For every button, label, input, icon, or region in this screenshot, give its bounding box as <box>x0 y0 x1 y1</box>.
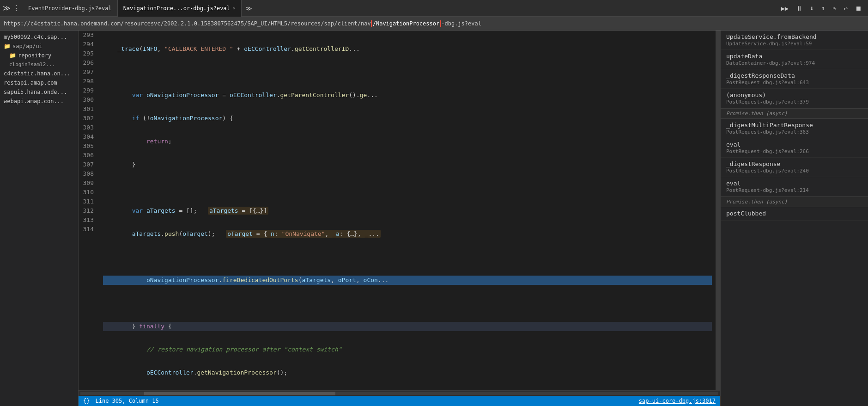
code-line-297: return; <box>103 137 712 146</box>
sidebar-item-c4cstatic[interactable]: c4cstatic.hana.on... <box>0 69 78 78</box>
panel-toggle-icon[interactable]: ≫ <box>3 4 11 12</box>
debugger-toolbar: ▶▶ ⏸ ⬇ ⬆ ↷ ↩ ⏹ <box>774 4 868 13</box>
call-stack-item-updatedata[interactable]: updateData DataContainer-dbg.js?eval:974 <box>721 50 868 69</box>
code-line-296: if (!oNavigationProcessor) { <box>103 114 712 123</box>
sidebar-item-webapi[interactable]: webapi.amap.con... <box>0 97 78 106</box>
url-suffix: -dbg.js?eval <box>441 20 481 27</box>
code-line-307: oECController.getNavigationProcessor(); <box>103 368 712 377</box>
status-position: Line 305, Column 15 <box>95 398 158 404</box>
url-bar[interactable]: https://c4cstatic.hana.ondemand.com/reso… <box>0 17 868 31</box>
tab-navprocessor[interactable]: NavigationProce...or-dbg.js?eval ✕ <box>118 0 242 17</box>
scrollbar-thumb[interactable] <box>144 392 335 395</box>
tab-navprocessor-label: NavigationProce...or-dbg.js?eval <box>123 5 230 12</box>
url-text: https://c4cstatic.hana.ondemand.com/reso… <box>4 20 864 27</box>
call-stack-item-digestresponsedata[interactable]: _digestResponseData PostRequest-dbg.js?e… <box>721 69 868 89</box>
status-bar-left: {} Line 305, Column 15 <box>83 398 159 404</box>
code-editor[interactable]: _trace(INFO, "CALLBACK ENTERED " + oECCo… <box>99 31 716 390</box>
tab-close-button[interactable]: ✕ <box>233 6 236 11</box>
status-file-link[interactable]: sap-ui-core-dbg.js:3017 <box>639 398 716 404</box>
call-stack-file-digestresponse: PostRequest-dbg.js?eval:240 <box>726 168 862 174</box>
more-tabs-icon[interactable]: ≫ <box>242 5 256 12</box>
call-stack-fn-digestresponsedata: _digestResponseData <box>726 72 862 79</box>
call-stack-item-anonymous[interactable]: (anonymous) PostRequest-dbg.js?eval:379 <box>721 89 868 108</box>
step-over-icon[interactable]: ⬇ <box>808 4 815 13</box>
code-line-302 <box>103 252 712 262</box>
call-stack-item-eval2[interactable]: eval PostRequest-dbg.js?eval:214 <box>721 177 868 197</box>
code-line-294 <box>103 68 712 77</box>
tab-bar: ≫ ⋮ EventProvider-dbg.js?eval Navigation… <box>0 0 868 17</box>
call-stack-separator-promise2: Promise.then (async) <box>721 197 868 207</box>
vertical-scrollbar[interactable] <box>716 31 720 390</box>
folder-icon: 📁 <box>9 52 16 59</box>
call-stack-file-updatedata: DataContainer-dbg.js?eval:974 <box>726 60 862 66</box>
code-line-301: aTargets.push(oTarget); oTarget = {_n: "… <box>103 229 712 239</box>
call-stack-file-digestmultipart: PostRequest-dbg.js?eval:363 <box>726 129 862 135</box>
code-line-304 <box>103 299 712 308</box>
call-stack-fn-digestresponse: _digestResponse <box>726 160 862 167</box>
sidebar-item-sapapui[interactable]: 📁 sap/ap/ui <box>0 42 78 51</box>
call-stack-fn-digestmultipart: _digestMultiPartResponse <box>726 122 862 129</box>
call-stack-panel: UpdateService.fromBackend UpdateService-… <box>720 31 868 406</box>
call-stack-item-postclubberd[interactable]: postClubbed <box>721 207 868 221</box>
sidebar-item-restapi[interactable]: restapi.amap.com <box>0 78 78 87</box>
call-stack-fn-eval1: eval <box>726 141 862 148</box>
call-stack-item-updateservice[interactable]: UpdateService.fromBackend UpdateService-… <box>721 31 868 50</box>
call-stack-file-eval2: PostRequest-dbg.js?eval:214 <box>726 187 862 193</box>
pause-icon[interactable]: ⏸ <box>794 4 804 13</box>
call-stack-fn-postclubberd: postClubbed <box>726 210 862 217</box>
sidebar-item-sapui5[interactable]: sapui5.hana.onde... <box>0 87 78 97</box>
tab-eventprovider[interactable]: EventProvider-dbg.js?eval <box>23 0 118 17</box>
sidebar-item-clogin[interactable]: clogin?saml2... <box>0 60 78 69</box>
scrollbar-track[interactable] <box>80 392 718 395</box>
call-stack-item-digestmultipart[interactable]: _digestMultiPartResponse PostRequest-dbg… <box>721 119 868 138</box>
left-sidebar: my500092.c4c.sap... 📁 sap/ap/ui 📁 reposi… <box>0 31 79 406</box>
code-line-295: var oNavigationProcessor = oECController… <box>103 91 712 100</box>
tab-menu-icon[interactable]: ⋮ <box>12 4 20 12</box>
sidebar-repository-label: repository <box>18 52 51 59</box>
url-prefix: https://c4cstatic.hana.ondemand.com/reso… <box>4 20 371 27</box>
sidebar-sapapui-label: sap/ap/ui <box>12 43 42 49</box>
step-into-icon[interactable]: ⬆ <box>819 4 827 13</box>
code-line-298: } <box>103 160 712 169</box>
call-stack-item-digestresponse[interactable]: _digestResponse PostRequest-dbg.js?eval:… <box>721 158 868 177</box>
resume-icon[interactable]: ▶▶ <box>779 4 790 13</box>
call-stack-file-updateservice: UpdateService-dbg.js?eval:59 <box>726 41 862 47</box>
code-container[interactable]: 293 294 295 296 297 298 299 300 301 302 … <box>79 31 720 390</box>
call-stack-fn-anonymous: (anonymous) <box>726 92 862 98</box>
step-back-icon[interactable]: ↩ <box>842 4 850 13</box>
line-numbers: 293 294 295 296 297 298 299 300 301 302 … <box>79 31 99 390</box>
call-stack-fn-updateservice: UpdateService.fromBackend <box>726 33 862 40</box>
call-stack-item-eval1[interactable]: eval PostRequest-dbg.js?eval:266 <box>721 138 868 158</box>
call-stack-file-anonymous: PostRequest-dbg.js?eval:379 <box>726 99 862 105</box>
call-stack-file-eval1: PostRequest-dbg.js?eval:266 <box>726 148 862 154</box>
folder-icon: 📁 <box>4 43 11 49</box>
horizontal-scrollbar[interactable] <box>79 390 720 396</box>
main-area: my500092.c4c.sap... 📁 sap/ap/ui 📁 reposi… <box>0 31 868 406</box>
code-line-300: var aTargets = []; aTargets = [{…}] <box>103 206 712 215</box>
call-stack-file-digestresponsedata: PostRequest-dbg.js?eval:643 <box>726 80 862 86</box>
code-line-303: oNavigationProcessor.fireDedicatedOutPor… <box>103 276 712 285</box>
sidebar-item-repository[interactable]: 📁 repository <box>0 51 78 60</box>
status-braces-icon: {} <box>83 398 90 404</box>
call-stack-separator-promise1: Promise.then (async) <box>721 108 868 119</box>
code-line-305: } finally { <box>103 322 712 331</box>
step-out-icon[interactable]: ↷ <box>831 4 838 13</box>
url-highlighted-segment: /NavigationProcessor <box>371 20 442 27</box>
sidebar-item-my500092[interactable]: my500092.c4c.sap... <box>0 32 78 42</box>
tab-eventprovider-label: EventProvider-dbg.js?eval <box>28 5 112 12</box>
status-bar: {} Line 305, Column 15 sap-ui-core-dbg.j… <box>79 396 720 406</box>
stop-icon[interactable]: ⏹ <box>853 4 863 13</box>
code-line-306: // restore navigation processor after "c… <box>103 345 712 354</box>
code-line-293: _trace(INFO, "CALLBACK ENTERED " + oECCo… <box>103 44 712 54</box>
code-line-299 <box>103 183 712 192</box>
call-stack-fn-eval2: eval <box>726 180 862 187</box>
call-stack-fn-updatedata: updateData <box>726 53 862 60</box>
tab-bar-left-icons[interactable]: ≫ ⋮ <box>0 4 23 12</box>
editor-area: 293 294 295 296 297 298 299 300 301 302 … <box>79 31 720 406</box>
